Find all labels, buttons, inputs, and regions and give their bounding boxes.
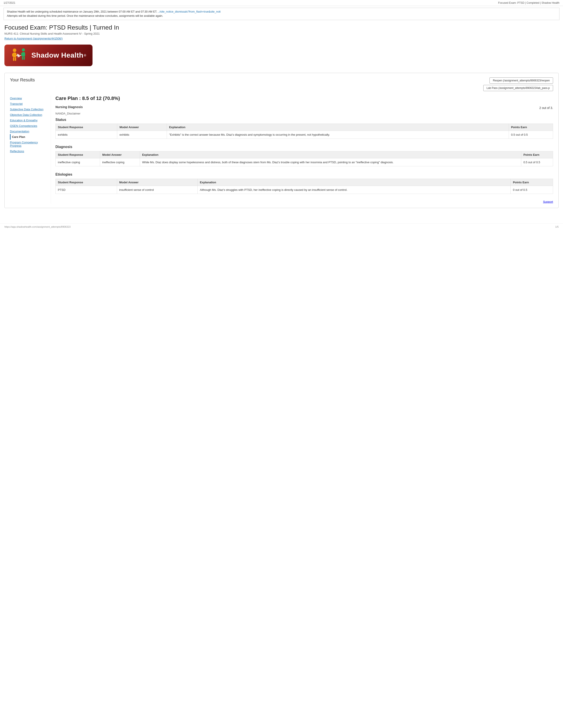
logo-figures-icon xyxy=(11,48,28,63)
svg-rect-3 xyxy=(15,53,17,56)
sidebar-item-education[interactable]: Education & Empathy xyxy=(10,118,49,123)
svg-rect-2 xyxy=(12,53,14,56)
course-subtitle: NURS 411: Clinical Nursing Skills and He… xyxy=(4,32,559,35)
nanda-disclaimer: NANDA_Disclaimer xyxy=(55,112,553,115)
sidebar-item-program[interactable]: Program Competency Progress xyxy=(10,140,49,148)
sidebar: Overview Transcript Subjective Data Coll… xyxy=(10,96,51,203)
etiologies-table-body: PTSD insufficient sense of control Altho… xyxy=(56,186,553,194)
etio-col-explanation: Explanation xyxy=(197,179,511,186)
shadow-health-logo-box: Shadow Health® xyxy=(4,45,92,66)
svg-rect-4 xyxy=(13,57,14,61)
sidebar-item-reflections[interactable]: Reflections xyxy=(10,148,49,154)
points-cell: 0.5 out of 0.5 xyxy=(509,131,553,139)
etiologies-section: Etiologies Student Response Model Answer… xyxy=(55,173,553,194)
etio-student-cell: PTSD xyxy=(56,186,117,194)
diag-col-student: Student Response xyxy=(56,151,100,158)
table-row: PTSD insufficient sense of control Altho… xyxy=(56,186,553,194)
table-row: ineffective coping ineffective coping Wh… xyxy=(56,158,553,166)
footer-bar: https://app.shadowhealth.com/assignment_… xyxy=(0,223,563,230)
sidebar-item-overview[interactable]: Overview xyxy=(10,96,49,101)
etiologies-header-row: Student Response Model Answer Explanatio… xyxy=(56,179,553,186)
sidebar-item-transcript[interactable]: Transcript xyxy=(10,101,49,107)
nursing-diagnosis-section: Nursing Diagnosis 2 out of 3. NANDA_Disc… xyxy=(55,105,553,139)
etio-explanation-cell: Although Ms. Diaz's struggles with PTSD,… xyxy=(197,186,511,194)
diagnosis-label: Diagnosis xyxy=(55,145,553,149)
results-buttons: Reopen (/assignment_attempts/8906323/reo… xyxy=(483,77,553,91)
col-explanation: Explanation xyxy=(167,124,509,131)
logo-shadow-text: Shadow Health xyxy=(31,51,83,59)
status-heading: Status xyxy=(55,118,553,122)
main-layout: Overview Transcript Subjective Data Coll… xyxy=(10,96,553,203)
sidebar-item-subjective[interactable]: Subjective Data Collection xyxy=(10,107,49,112)
etio-col-student: Student Response xyxy=(56,179,117,186)
results-card: Your Results Reopen (/assignment_attempt… xyxy=(4,73,559,208)
support-link[interactable]: Support xyxy=(55,200,553,203)
footer-url: https://app.shadowhealth.com/assignment_… xyxy=(4,225,71,228)
svg-rect-5 xyxy=(15,57,16,61)
diag-col-model: Model Answer xyxy=(100,151,140,158)
diag-student-cell: ineffective coping xyxy=(56,158,100,166)
etio-points-cell: 0 out of 0.5 xyxy=(511,186,553,194)
table-row: exhibits exhibits "Exhibits" is the corr… xyxy=(56,131,553,139)
notice-text2: Attempts will be disabled during this ti… xyxy=(7,14,163,17)
explanation-cell: "Exhibits" is the correct answer because… xyxy=(167,131,509,139)
diagnosis-table: Student Response Model Answer Explanatio… xyxy=(55,151,553,166)
reopen-button[interactable]: Reopen (/assignment_attempts/8906323/reo… xyxy=(490,77,553,84)
etiologies-table: Student Response Model Answer Explanatio… xyxy=(55,179,553,194)
diag-points-cell: 0.5 out of 0.5 xyxy=(521,158,553,166)
col-points: Points Earn xyxy=(509,124,553,131)
svg-rect-9 xyxy=(24,53,25,56)
col-student-response: Student Response xyxy=(56,124,117,131)
diagnosis-table-head: Student Response Model Answer Explanatio… xyxy=(56,151,553,158)
diag-col-points: Points Earn xyxy=(521,151,553,158)
svg-point-6 xyxy=(22,48,25,51)
browser-date: 1/27/2021 xyxy=(4,1,15,4)
status-table-head: Student Response Model Answer Explanatio… xyxy=(56,124,553,131)
sidebar-item-objective[interactable]: Objective Data Collection xyxy=(10,112,49,118)
model-answer-cell: exhibits xyxy=(117,131,167,139)
results-title: Your Results xyxy=(10,77,35,83)
svg-point-0 xyxy=(13,49,16,52)
svg-rect-10 xyxy=(22,56,23,60)
page-content: Focused Exam: PTSD Results | Turned In N… xyxy=(0,22,563,217)
sidebar-item-documentation[interactable]: Documentation xyxy=(10,129,49,134)
nursing-diagnosis-score: 2 out of 3. xyxy=(539,106,553,110)
etio-col-model: Model Answer xyxy=(117,179,197,186)
notice-bar: Shadow Health will be undergoing schedul… xyxy=(4,8,559,20)
diagnosis-section: Diagnosis Student Response Model Answer … xyxy=(55,145,553,166)
browser-bar: 1/27/2021 Focused Exam: PTSD | Completed… xyxy=(0,0,563,6)
care-plan-heading: Care Plan : 8.5 of 12 (70.8%) xyxy=(55,96,553,101)
browser-title: Focused Exam: PTSD | Completed | Shadow … xyxy=(498,1,559,4)
status-table-header-row: Student Response Model Answer Explanatio… xyxy=(56,124,553,131)
status-table: Student Response Model Answer Explanatio… xyxy=(55,124,553,139)
sidebar-item-care-plan[interactable]: Care Plan xyxy=(10,134,49,140)
footer-page: 1/5 xyxy=(555,225,559,228)
notice-link[interactable]: ../site_notice_dismissals?from_flash=tru… xyxy=(158,10,220,13)
sidebar-item-qsen[interactable]: QSEN Competencies xyxy=(10,123,49,129)
logo-registered: ® xyxy=(84,54,86,57)
svg-rect-8 xyxy=(21,53,23,56)
lab-pass-button[interactable]: Lab Pass (/assignment_attempts/8906323/l… xyxy=(483,85,553,91)
diag-model-cell: ineffective coping xyxy=(100,158,140,166)
diagnosis-table-body: ineffective coping ineffective coping Wh… xyxy=(56,158,553,166)
status-table-body: exhibits exhibits "Exhibits" is the corr… xyxy=(56,131,553,139)
content-area: Care Plan : 8.5 of 12 (70.8%) Nursing Di… xyxy=(51,96,553,203)
diag-explanation-cell: While Ms. Diaz does display some hopeles… xyxy=(140,158,521,166)
col-model-answer: Model Answer xyxy=(117,124,167,131)
etio-model-cell: insufficient sense of control xyxy=(117,186,197,194)
logo-main-text: Shadow Health® xyxy=(31,51,86,59)
svg-rect-11 xyxy=(24,56,25,60)
notice-text1: Shadow Health will be undergoing schedul… xyxy=(7,10,157,13)
page-title: Focused Exam: PTSD Results | Turned In xyxy=(4,24,559,31)
logo-text-area: Shadow Health® xyxy=(31,51,86,59)
nursing-diagnosis-label: Nursing Diagnosis xyxy=(55,105,83,109)
return-link[interactable]: Return to Assignment (/assignments/44150… xyxy=(4,37,63,40)
diag-col-explanation: Explanation xyxy=(140,151,521,158)
etiologies-label: Etiologies xyxy=(55,173,553,176)
etiologies-table-head: Student Response Model Answer Explanatio… xyxy=(56,179,553,186)
support-anchor[interactable]: Support xyxy=(543,200,553,203)
student-response-cell: exhibits xyxy=(56,131,117,139)
results-header: Your Results Reopen (/assignment_attempt… xyxy=(10,77,553,91)
diagnosis-header-row: Student Response Model Answer Explanatio… xyxy=(56,151,553,158)
logo-area: Shadow Health® xyxy=(4,45,559,66)
